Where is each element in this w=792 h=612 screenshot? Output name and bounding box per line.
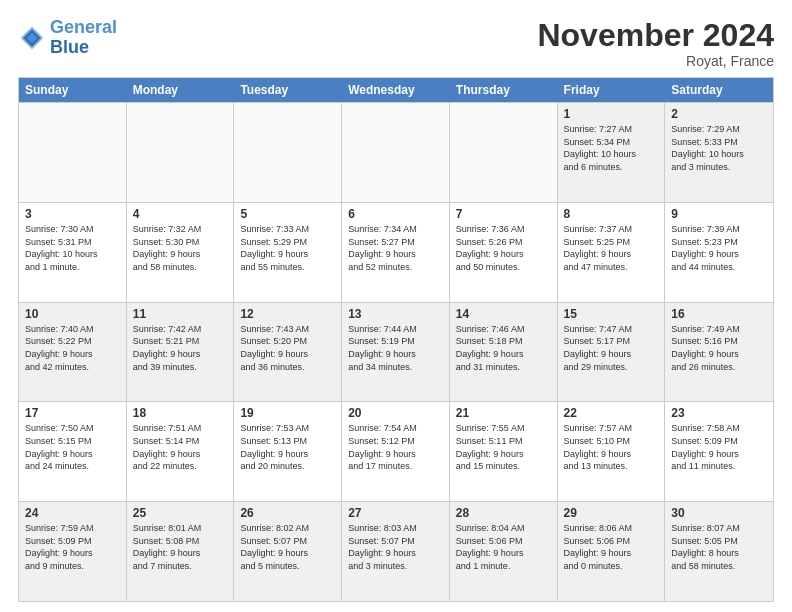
calendar-cell: 19Sunrise: 7:53 AMSunset: 5:13 PMDayligh…	[234, 402, 342, 501]
calendar-cell	[127, 103, 235, 202]
cell-info: Sunrise: 7:59 AMSunset: 5:09 PMDaylight:…	[25, 522, 120, 572]
cell-info: Sunrise: 7:40 AMSunset: 5:22 PMDaylight:…	[25, 323, 120, 373]
cell-info: Sunrise: 7:27 AMSunset: 5:34 PMDaylight:…	[564, 123, 659, 173]
calendar-cell: 15Sunrise: 7:47 AMSunset: 5:17 PMDayligh…	[558, 303, 666, 402]
header-day: Friday	[558, 78, 666, 102]
calendar-cell: 8Sunrise: 7:37 AMSunset: 5:25 PMDaylight…	[558, 203, 666, 302]
calendar-body: 1Sunrise: 7:27 AMSunset: 5:34 PMDaylight…	[19, 102, 773, 601]
calendar-cell	[450, 103, 558, 202]
cell-info: Sunrise: 8:03 AMSunset: 5:07 PMDaylight:…	[348, 522, 443, 572]
day-number: 6	[348, 207, 443, 221]
calendar-cell: 6Sunrise: 7:34 AMSunset: 5:27 PMDaylight…	[342, 203, 450, 302]
day-number: 14	[456, 307, 551, 321]
day-number: 9	[671, 207, 767, 221]
logo: General Blue	[18, 18, 117, 58]
calendar-cell: 13Sunrise: 7:44 AMSunset: 5:19 PMDayligh…	[342, 303, 450, 402]
calendar-row: 17Sunrise: 7:50 AMSunset: 5:15 PMDayligh…	[19, 401, 773, 501]
calendar-cell: 10Sunrise: 7:40 AMSunset: 5:22 PMDayligh…	[19, 303, 127, 402]
day-number: 25	[133, 506, 228, 520]
cell-info: Sunrise: 7:51 AMSunset: 5:14 PMDaylight:…	[133, 422, 228, 472]
day-number: 16	[671, 307, 767, 321]
cell-info: Sunrise: 7:34 AMSunset: 5:27 PMDaylight:…	[348, 223, 443, 273]
header: General Blue November 2024 Royat, France	[18, 18, 774, 69]
cell-info: Sunrise: 8:01 AMSunset: 5:08 PMDaylight:…	[133, 522, 228, 572]
calendar-row: 10Sunrise: 7:40 AMSunset: 5:22 PMDayligh…	[19, 302, 773, 402]
cell-info: Sunrise: 7:39 AMSunset: 5:23 PMDaylight:…	[671, 223, 767, 273]
month-title: November 2024	[537, 18, 774, 53]
calendar-cell: 18Sunrise: 7:51 AMSunset: 5:14 PMDayligh…	[127, 402, 235, 501]
cell-info: Sunrise: 8:02 AMSunset: 5:07 PMDaylight:…	[240, 522, 335, 572]
page: General Blue November 2024 Royat, France…	[0, 0, 792, 612]
calendar-row: 3Sunrise: 7:30 AMSunset: 5:31 PMDaylight…	[19, 202, 773, 302]
calendar-cell: 17Sunrise: 7:50 AMSunset: 5:15 PMDayligh…	[19, 402, 127, 501]
day-number: 30	[671, 506, 767, 520]
day-number: 23	[671, 406, 767, 420]
header-day: Monday	[127, 78, 235, 102]
calendar-cell	[234, 103, 342, 202]
cell-info: Sunrise: 7:43 AMSunset: 5:20 PMDaylight:…	[240, 323, 335, 373]
day-number: 11	[133, 307, 228, 321]
calendar-cell: 28Sunrise: 8:04 AMSunset: 5:06 PMDayligh…	[450, 502, 558, 601]
location: Royat, France	[537, 53, 774, 69]
day-number: 29	[564, 506, 659, 520]
day-number: 19	[240, 406, 335, 420]
day-number: 17	[25, 406, 120, 420]
calendar-cell: 29Sunrise: 8:06 AMSunset: 5:06 PMDayligh…	[558, 502, 666, 601]
calendar-cell: 20Sunrise: 7:54 AMSunset: 5:12 PMDayligh…	[342, 402, 450, 501]
title-block: November 2024 Royat, France	[537, 18, 774, 69]
cell-info: Sunrise: 7:55 AMSunset: 5:11 PMDaylight:…	[456, 422, 551, 472]
day-number: 5	[240, 207, 335, 221]
calendar-cell: 23Sunrise: 7:58 AMSunset: 5:09 PMDayligh…	[665, 402, 773, 501]
day-number: 24	[25, 506, 120, 520]
cell-info: Sunrise: 7:46 AMSunset: 5:18 PMDaylight:…	[456, 323, 551, 373]
day-number: 2	[671, 107, 767, 121]
cell-info: Sunrise: 7:37 AMSunset: 5:25 PMDaylight:…	[564, 223, 659, 273]
day-number: 12	[240, 307, 335, 321]
calendar-cell	[342, 103, 450, 202]
cell-info: Sunrise: 7:58 AMSunset: 5:09 PMDaylight:…	[671, 422, 767, 472]
calendar-cell: 16Sunrise: 7:49 AMSunset: 5:16 PMDayligh…	[665, 303, 773, 402]
calendar-cell: 7Sunrise: 7:36 AMSunset: 5:26 PMDaylight…	[450, 203, 558, 302]
calendar-header: SundayMondayTuesdayWednesdayThursdayFrid…	[19, 78, 773, 102]
calendar-cell: 25Sunrise: 8:01 AMSunset: 5:08 PMDayligh…	[127, 502, 235, 601]
calendar-cell: 5Sunrise: 7:33 AMSunset: 5:29 PMDaylight…	[234, 203, 342, 302]
day-number: 21	[456, 406, 551, 420]
calendar-cell: 21Sunrise: 7:55 AMSunset: 5:11 PMDayligh…	[450, 402, 558, 501]
calendar-cell: 9Sunrise: 7:39 AMSunset: 5:23 PMDaylight…	[665, 203, 773, 302]
header-day: Saturday	[665, 78, 773, 102]
cell-info: Sunrise: 7:30 AMSunset: 5:31 PMDaylight:…	[25, 223, 120, 273]
cell-info: Sunrise: 7:47 AMSunset: 5:17 PMDaylight:…	[564, 323, 659, 373]
day-number: 28	[456, 506, 551, 520]
day-number: 13	[348, 307, 443, 321]
cell-info: Sunrise: 8:07 AMSunset: 5:05 PMDaylight:…	[671, 522, 767, 572]
day-number: 10	[25, 307, 120, 321]
cell-info: Sunrise: 7:53 AMSunset: 5:13 PMDaylight:…	[240, 422, 335, 472]
header-day: Thursday	[450, 78, 558, 102]
calendar-row: 24Sunrise: 7:59 AMSunset: 5:09 PMDayligh…	[19, 501, 773, 601]
day-number: 18	[133, 406, 228, 420]
header-day: Sunday	[19, 78, 127, 102]
calendar-cell	[19, 103, 127, 202]
cell-info: Sunrise: 7:29 AMSunset: 5:33 PMDaylight:…	[671, 123, 767, 173]
day-number: 27	[348, 506, 443, 520]
calendar-cell: 3Sunrise: 7:30 AMSunset: 5:31 PMDaylight…	[19, 203, 127, 302]
logo-icon	[18, 24, 46, 52]
calendar-cell: 30Sunrise: 8:07 AMSunset: 5:05 PMDayligh…	[665, 502, 773, 601]
logo-text: General Blue	[50, 18, 117, 58]
day-number: 26	[240, 506, 335, 520]
day-number: 22	[564, 406, 659, 420]
cell-info: Sunrise: 8:06 AMSunset: 5:06 PMDaylight:…	[564, 522, 659, 572]
day-number: 4	[133, 207, 228, 221]
day-number: 15	[564, 307, 659, 321]
calendar-cell: 11Sunrise: 7:42 AMSunset: 5:21 PMDayligh…	[127, 303, 235, 402]
calendar-cell: 26Sunrise: 8:02 AMSunset: 5:07 PMDayligh…	[234, 502, 342, 601]
day-number: 20	[348, 406, 443, 420]
cell-info: Sunrise: 7:54 AMSunset: 5:12 PMDaylight:…	[348, 422, 443, 472]
cell-info: Sunrise: 7:33 AMSunset: 5:29 PMDaylight:…	[240, 223, 335, 273]
calendar-cell: 2Sunrise: 7:29 AMSunset: 5:33 PMDaylight…	[665, 103, 773, 202]
day-number: 3	[25, 207, 120, 221]
cell-info: Sunrise: 7:36 AMSunset: 5:26 PMDaylight:…	[456, 223, 551, 273]
calendar-row: 1Sunrise: 7:27 AMSunset: 5:34 PMDaylight…	[19, 102, 773, 202]
calendar-cell: 12Sunrise: 7:43 AMSunset: 5:20 PMDayligh…	[234, 303, 342, 402]
cell-info: Sunrise: 8:04 AMSunset: 5:06 PMDaylight:…	[456, 522, 551, 572]
